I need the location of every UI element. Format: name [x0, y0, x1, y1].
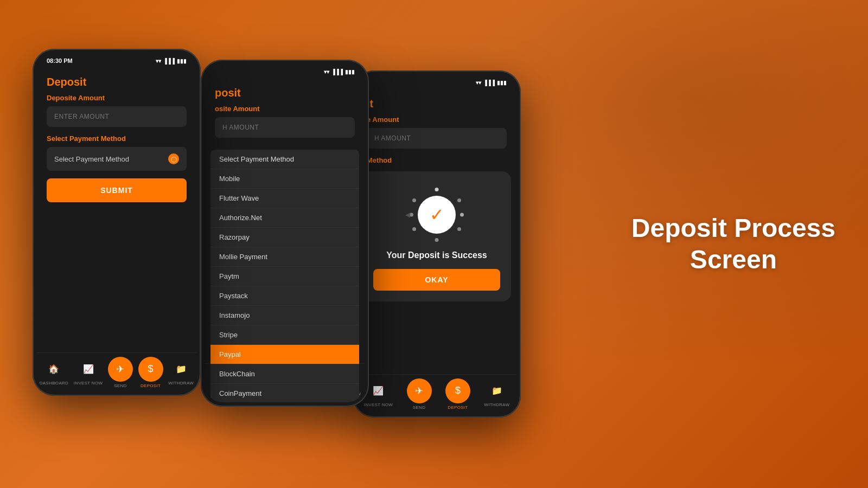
dot-6 [412, 227, 416, 231]
okay-button[interactable]: OKAY [373, 269, 500, 291]
dot-7 [410, 213, 413, 217]
phone-3-method-label: Method [367, 156, 507, 164]
phone-3-screen: ▾▾ ▐▐▐ ▮▮▮ it e Amount Method [357, 75, 516, 413]
nav-3-invest-label: INVEST NOW [364, 402, 393, 407]
payment-dropdown[interactable]: Select Payment Method Mobile Flutter Wav… [210, 150, 359, 402]
nav-deposit-label: DEPOSIT [141, 383, 161, 388]
battery-icon-3: ▮▮▮ [497, 80, 507, 86]
phone-1: 08:30 PM ▾▾ ▐▐▐ ▮▮▮ Deposit Deposite Amo… [33, 49, 201, 396]
phone-1-title: Deposit [47, 76, 187, 88]
headline-title: Deposit ProcessScreen [631, 213, 835, 275]
signal-icon-3: ▐▐▐ [483, 80, 495, 86]
nav-deposit[interactable]: $ DEPOSIT [138, 357, 163, 388]
nav-dashboard-label: DASHBOARD [40, 381, 68, 386]
nav-invest[interactable]: 📈 INVEST NOW [74, 359, 103, 386]
phone-1-bottom-nav: 🏠 DASHBOARD 📈 INVEST NOW ✈ SEND $ DEPOSI… [37, 352, 196, 391]
deposit-icon-circle: $ [138, 357, 163, 382]
battery-icon-2: ▮▮▮ [345, 69, 355, 75]
nav-send[interactable]: ✈ SEND [108, 357, 133, 388]
dropdown-item-instamojo[interactable]: Instamojo [210, 306, 359, 325]
dot-4 [457, 227, 461, 231]
success-message: Your Deposit is Success [386, 251, 487, 260]
dropdown-item-blockchain[interactable]: BlockChain [210, 364, 359, 384]
dropdown-item-authorizenet[interactable]: Authorize.Net [210, 208, 359, 228]
phone-3-bottom-nav: 📈 INVEST NOW ✈ SEND $ DEPOSIT 📁 WITHDRAW [357, 374, 516, 413]
dropdown-item-paytm[interactable]: Paytm [210, 267, 359, 286]
phone-3-method-section: Method [357, 156, 516, 164]
invest-icon-3: 📈 [368, 381, 388, 401]
headline-container: Deposit ProcessScreen [631, 213, 835, 275]
dropdown-item-paypal[interactable]: Paypal [210, 345, 359, 364]
dot-8 [412, 198, 416, 202]
dropdown-item-mollie[interactable]: Mollie Payment [210, 247, 359, 267]
nav-dashboard[interactable]: 🏠 DASHBOARD [40, 359, 68, 386]
nav-3-withdraw[interactable]: 📁 WITHDRAW [484, 381, 509, 407]
phone-1-header: Deposit [37, 68, 196, 94]
dashboard-icon: 🏠 [44, 359, 63, 379]
dropdown-item-razorpay[interactable]: Razorpay [210, 228, 359, 247]
invest-icon: 📈 [79, 359, 98, 379]
phone-3-title: it [367, 98, 507, 110]
nav-send-label: SEND [114, 383, 126, 388]
phone-1-screen: 08:30 PM ▾▾ ▐▐▐ ▮▮▮ Deposit Deposite Amo… [37, 53, 196, 391]
amount-input[interactable] [47, 106, 187, 127]
nav-withdraw[interactable]: 📁 WITHDRAW [168, 359, 194, 386]
dropdown-item-paystack[interactable]: Paystack [210, 286, 359, 306]
nav-3-deposit-label: DEPOSIT [448, 405, 468, 410]
dropdown-item-mobile[interactable]: Mobile [210, 169, 359, 189]
submit-button[interactable]: SUBMIT [47, 178, 187, 202]
withdraw-icon: 📁 [171, 359, 191, 379]
dot-5 [435, 238, 439, 242]
wifi-icon-3: ▾▾ [476, 80, 481, 86]
nav-invest-label: INVEST NOW [74, 381, 103, 386]
phone-3-content: it e Amount Method [357, 90, 516, 413]
phone-1-time: 08:30 PM [47, 57, 73, 64]
deposit-amount-section: Deposite Amount [37, 94, 196, 127]
phone-3-amount-input[interactable] [367, 128, 507, 149]
phone-2-header: posit [205, 79, 365, 105]
select-arrow-icon: ◯ [168, 153, 179, 164]
battery-icon: ▮▮▮ [177, 58, 187, 64]
phone-2-amount-section: osite Amount [205, 105, 365, 138]
success-animation: ◀ ✓ [410, 188, 464, 242]
nav-3-send[interactable]: ✈ SEND [407, 378, 432, 410]
dot-3 [460, 213, 464, 217]
dropdown-item-stripe[interactable]: Stripe [210, 325, 359, 345]
nav-3-send-label: SEND [413, 405, 425, 410]
phone-2: ▾▾ ▐▐▐ ▮▮▮ posit osite Amount Select Pay… [201, 60, 369, 407]
phone-2-content: posit osite Amount Select Payment Method… [205, 79, 365, 402]
payment-method-placeholder: Select Payment Method [54, 155, 129, 163]
nav-3-deposit[interactable]: $ DEPOSIT [445, 378, 470, 410]
nav-3-withdraw-label: WITHDRAW [484, 402, 509, 407]
signal-icon-2: ▐▐▐ [331, 69, 343, 75]
signal-icon: ▐▐▐ [163, 58, 175, 64]
payment-method-select[interactable]: Select Payment Method ◯ [47, 147, 187, 171]
payment-method-label: Select Payment Method [47, 134, 187, 143]
phone-3-amount-section: e Amount [357, 115, 516, 149]
phone-3-status-icons: ▾▾ ▐▐▐ ▮▮▮ [476, 80, 507, 86]
phone-3: ▾▾ ▐▐▐ ▮▮▮ it e Amount Method [353, 70, 521, 418]
phone-3-header: it [357, 90, 516, 115]
withdraw-icon-3: 📁 [487, 381, 507, 401]
wifi-icon-2: ▾▾ [324, 69, 329, 75]
payment-method-section: Select Payment Method Select Payment Met… [37, 134, 196, 171]
wifi-icon: ▾▾ [156, 58, 161, 64]
success-dialog: ◀ ✓ Your Deposit is Success OKAY [362, 171, 511, 301]
dropdown-item-default[interactable]: Select Payment Method [210, 150, 359, 169]
dropdown-item-flutterwave[interactable]: Flutter Wave [210, 189, 359, 208]
phone-1-content: Deposit Deposite Amount Select Payment M… [37, 68, 196, 391]
dot-2 [457, 198, 461, 202]
send-icon-circle: ✈ [108, 357, 133, 382]
phone-2-notch [258, 68, 312, 79]
nav-withdraw-label: WITHDRAW [168, 381, 194, 386]
success-check-icon: ✓ [418, 196, 456, 234]
phone-3-amount-label: e Amount [367, 115, 507, 124]
phone-2-title: posit [215, 87, 355, 99]
phone-2-amount-input[interactable] [215, 117, 355, 138]
phone-2-screen: ▾▾ ▐▐▐ ▮▮▮ posit osite Amount Select Pay… [205, 64, 365, 402]
dropdown-item-coinpayment[interactable]: CoinPayment [210, 384, 359, 402]
send-icon-circle-3: ✈ [407, 378, 432, 403]
success-arrow-icon: ◀ [405, 211, 410, 219]
dot-1 [435, 188, 439, 191]
deposit-icon-circle-3: $ [445, 378, 470, 403]
